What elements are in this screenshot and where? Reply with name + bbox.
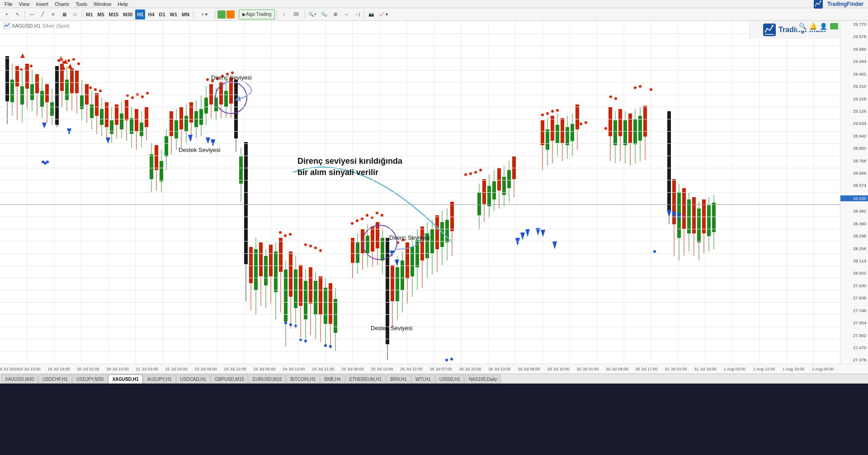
grid-btn[interactable]: ⊞: [330, 9, 340, 19]
svg-rect-247: [613, 120, 617, 145]
svg-point-308: [284, 234, 287, 237]
notification-icon[interactable]: 🔔: [809, 23, 817, 30]
search-icon[interactable]: 🔍: [799, 23, 807, 30]
new-chart-btn[interactable]: +: [2, 9, 12, 19]
svg-rect-63: [70, 68, 74, 93]
indicator-list-btn[interactable]: 📈 ▾: [377, 9, 390, 19]
svg-point-315: [356, 219, 359, 222]
cursor-btn[interactable]: ↖: [13, 9, 23, 19]
menu-charts[interactable]: Charts: [52, 0, 72, 8]
grid-h-10: [0, 143, 840, 144]
trading-finder-svg-icon: [763, 24, 776, 36]
svg-rect-215: [482, 179, 486, 204]
svg-rect-273: [697, 209, 701, 242]
tf-w1[interactable]: W1: [168, 9, 179, 19]
svg-point-326: [479, 169, 482, 171]
symbol-name: XAGUSD,H1: [12, 23, 41, 28]
svg-rect-249: [618, 109, 622, 136]
menu-view[interactable]: View: [16, 0, 33, 8]
shape-btn[interactable]: □: [70, 9, 80, 19]
zoom-in-btn[interactable]: 🔍+: [307, 9, 318, 19]
grid-h-19: [0, 253, 840, 254]
tab-xauusd-m30[interactable]: XAUUSD,M30: [1, 374, 38, 384]
tab-wti-h1[interactable]: WTI,H1: [411, 374, 435, 384]
svg-rect-271: [692, 197, 696, 233]
grid-h-27: [0, 351, 840, 351]
svg-point-301: [206, 78, 209, 81]
tab-xagusd-h1[interactable]: XAGUSD,H1: [108, 374, 142, 384]
svg-rect-125: [224, 91, 228, 107]
tf-mn[interactable]: MN: [180, 9, 191, 19]
tab-ethereum-h1[interactable]: ETHEREUM,H1: [345, 374, 386, 384]
tf-m1[interactable]: M1: [84, 9, 94, 19]
symbol-desc: Silver (Spot): [42, 23, 70, 28]
zoom-out-btn[interactable]: 🔍-: [319, 9, 330, 19]
tab-brn-h1[interactable]: BRN,H1: [386, 374, 411, 384]
tf-h4[interactable]: H4: [146, 9, 156, 19]
price-29494: 29.494: [840, 59, 868, 64]
svg-point-332: [585, 121, 587, 124]
price-28574: 28.574: [840, 183, 868, 188]
svg-rect-129: [234, 80, 238, 138]
tab-eurusd-m15[interactable]: EURUSD,M15: [249, 374, 286, 384]
svg-point-285: [20, 68, 23, 71]
svg-point-297: [131, 96, 134, 99]
menu-file[interactable]: File: [2, 0, 15, 8]
tab-bitcoin-h1[interactable]: BITCOIN,H1: [286, 374, 320, 384]
grid-h-25: [0, 327, 840, 327]
svg-rect-103: [170, 111, 173, 136]
svg-rect-53: [45, 84, 49, 102]
tf-d1[interactable]: D1: [157, 9, 167, 19]
chart-container[interactable]: XAGUSD,H1 Silver (Spot): [0, 21, 868, 364]
svg-rect-49: [35, 74, 39, 93]
fib-btn[interactable]: ▦: [59, 9, 69, 19]
time-20: 30 Jul 01:00: [576, 367, 599, 371]
tab-nas100-daily[interactable]: NAS100,Daily: [465, 374, 501, 384]
svg-point-352: [304, 340, 307, 342]
tab-audjpy-h1[interactable]: AUDJPY,H1: [143, 374, 176, 384]
svg-rect-221: [497, 168, 501, 190]
svg-point-338: [650, 88, 652, 91]
svg-rect-217: [487, 186, 491, 206]
menu-help[interactable]: Help: [115, 0, 131, 8]
tab-bnb-h4[interactable]: BNB,H4: [320, 374, 344, 384]
autoscroll-btn[interactable]: ↔: [341, 9, 351, 19]
tab-usdcad-h1[interactable]: USDCAD,H1: [176, 374, 211, 384]
algo-trading-btn[interactable]: ▶ Algo Trading: [239, 9, 275, 19]
svg-point-336: [634, 86, 637, 89]
menu-bar: File View Insert Charts Tools Window Hel…: [0, 0, 868, 8]
tf-m5[interactable]: M5: [95, 9, 106, 19]
indicator-btn[interactable]: [226, 10, 235, 19]
svg-rect-137: [254, 249, 258, 290]
tf-m15[interactable]: M15: [107, 9, 120, 19]
chart-type-dropdown[interactable]: ≈ ▾: [195, 9, 213, 19]
sep8: [364, 10, 364, 19]
tab-us500-h1[interactable]: US500,H1: [435, 374, 464, 384]
color-btn[interactable]: [217, 10, 226, 19]
menu-window[interactable]: Window: [91, 0, 114, 8]
svg-point-350: [294, 325, 297, 327]
hline-btn[interactable]: —: [27, 9, 37, 19]
price-axis: 29.770 29.678 29.586 29.494 29.402 29.31…: [840, 21, 868, 364]
tab-usdjpy-m30[interactable]: USDJPY,M30: [72, 374, 108, 384]
chart-shift-btn[interactable]: →|: [352, 9, 362, 19]
menu-tools[interactable]: Tools: [73, 0, 90, 8]
screenshot-btn[interactable]: 📷: [366, 9, 376, 19]
menu-insert[interactable]: Insert: [33, 0, 51, 8]
tf-m30[interactable]: M30: [121, 9, 134, 19]
user-icon[interactable]: 👤: [820, 23, 827, 30]
svg-rect-233: [551, 116, 554, 141]
one-click-btn[interactable]: 00: [290, 9, 302, 19]
svg-point-327: [541, 114, 544, 116]
sep4: [215, 10, 216, 19]
status-indicator: [830, 23, 838, 29]
price-27562: 27.562: [840, 333, 868, 338]
tab-usdchf-h1[interactable]: USDCHF,H1: [38, 374, 72, 384]
tab-gbpusd-m15[interactable]: GBPUSD,M15: [211, 374, 248, 384]
trendline-btn[interactable]: ╱: [38, 9, 47, 19]
time-25: 1 Aug 03:00: [724, 367, 745, 371]
tf-h1[interactable]: H1: [135, 9, 145, 19]
channel-btn[interactable]: ≡: [48, 9, 58, 19]
trade-levels-btn[interactable]: ↕: [279, 9, 289, 19]
sep5: [236, 10, 237, 19]
